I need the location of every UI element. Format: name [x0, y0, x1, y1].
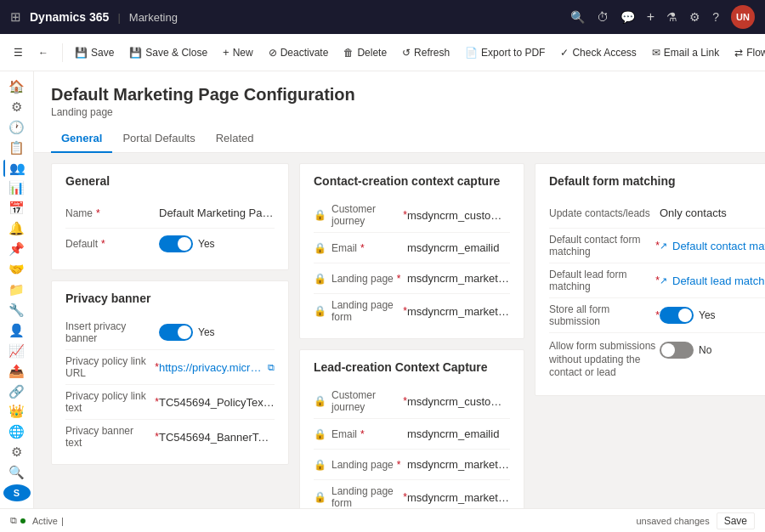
field-update-contacts-value: Only contacts [660, 207, 765, 219]
insert-privacy-toggle[interactable]: Yes [159, 324, 215, 341]
field-lc-cj-label: 🔒 Customer journey * [314, 389, 407, 413]
field-lc-lp-value[interactable]: msdyncrm_marketingp... [407, 458, 510, 471]
settings-icon[interactable]: ⚙ [689, 10, 700, 24]
field-privacy-link-text-value[interactable]: TC545694_PolicyText_Rng [159, 396, 275, 409]
field-name-value[interactable]: Default Marketing Page ... [159, 207, 275, 219]
refresh-button[interactable]: ↺ Refresh [395, 43, 456, 62]
store-forms-toggle-knob [678, 308, 692, 322]
field-privacy-banner-text-value[interactable]: TC545694_BannerText_TjO [159, 431, 275, 444]
sidebar-item-tasks[interactable]: 📋 [3, 139, 31, 156]
delete-button[interactable]: 🗑 Delete [337, 43, 394, 62]
sidebar-item-globe[interactable]: 🌐 [3, 423, 31, 440]
deactivate-button[interactable]: ⊘ Deactivate [262, 43, 336, 62]
page-header: Default Marketing Page Configuration Lan… [34, 71, 765, 125]
status-save-button[interactable]: Save [717, 512, 755, 529]
field-cc-lf-value[interactable]: msdyncrm_marketingf... [407, 305, 510, 318]
status-text: Active [32, 516, 58, 526]
lock-icon-8: 🔒 [314, 491, 326, 503]
top-navigation: ⊞ Dynamics 365 | Marketing 🔍 ⏱ 💬 + ⚗ ⚙ ?… [0, 0, 765, 34]
sidebar-item-tools[interactable]: 🔧 [3, 302, 31, 319]
sidebar-item-search[interactable]: 🔍 [3, 464, 31, 481]
field-cc-email-value[interactable]: msdyncrm_emailid [407, 241, 510, 254]
allow-forms-toggle-knob [661, 343, 675, 357]
back-icon: ← [38, 47, 48, 59]
sidebar-item-reports[interactable]: 📈 [3, 342, 31, 359]
sidebar-item-files[interactable]: 📁 [3, 281, 31, 298]
new-button[interactable]: + New [216, 42, 260, 62]
field-cc-cj-value[interactable]: msdyncrm_customerjo... [407, 209, 510, 222]
help-chat-icon[interactable]: 💬 [620, 10, 635, 24]
lead-creation-title: Lead-creation Context Capture [314, 360, 510, 374]
default-toggle[interactable]: Yes [159, 235, 215, 252]
external-link-icon: ⧉ [268, 362, 275, 373]
check-access-button[interactable]: ✓ Check Access [553, 43, 643, 62]
field-lc-lf-value[interactable]: msdyncrm_marketingf... [407, 491, 510, 504]
tab-portal-defaults[interactable]: Portal Defaults [112, 125, 205, 153]
lock-icon-6: 🔒 [314, 428, 326, 440]
delete-icon: 🗑 [343, 47, 354, 59]
store-forms-toggle-track[interactable] [660, 307, 694, 324]
save-button[interactable]: 💾 Save [68, 43, 121, 62]
deactivate-icon: ⊘ [269, 47, 277, 59]
general-card-title: General [65, 174, 275, 188]
sidebar-item-recent[interactable]: 🕐 [3, 119, 31, 136]
field-lc-landing-page: 🔒 Landing page * msdyncrm_marketingp... [314, 450, 510, 480]
middle-column: Contact-creation context capture 🔒 Custo… [299, 163, 524, 508]
search-icon[interactable]: 🔍 [570, 10, 585, 24]
field-cfm-value[interactable]: Default contact mat... [672, 240, 765, 252]
refresh-icon: ↺ [402, 47, 411, 59]
store-forms-toggle[interactable]: Yes [660, 307, 716, 324]
user-avatar[interactable]: UN [731, 5, 755, 29]
hamburger-button[interactable]: ☰ [7, 43, 30, 62]
add-icon[interactable]: + [647, 9, 654, 25]
content-area: General Name * Default Marketing Page ..… [34, 153, 765, 508]
insert-privacy-toggle-label: Yes [198, 326, 215, 338]
allow-forms-toggle[interactable]: No [660, 342, 711, 359]
lock-icon-3: 🔒 [314, 273, 326, 285]
sidebar-item-export[interactable]: 📤 [3, 363, 31, 380]
sidebar-item-user-s[interactable]: S [3, 484, 31, 501]
back-button[interactable]: ← [31, 43, 55, 62]
ext-link-icon-lfm: ↗ [660, 275, 667, 286]
email-link-button[interactable]: ✉ Email a Link [645, 43, 726, 62]
filter-icon[interactable]: ⚗ [666, 10, 677, 24]
sidebar-item-links[interactable]: 🔗 [3, 383, 31, 400]
sidebar-item-alerts[interactable]: 🔔 [3, 220, 31, 237]
field-cfm-value-wrap: ↗ Default contact mat... [660, 240, 765, 252]
page-icon: ⧉ [10, 515, 17, 526]
sidebar-item-home[interactable]: 🏠 [3, 78, 31, 95]
lock-icon-5: 🔒 [314, 395, 326, 407]
sidebar-item-analytics[interactable]: 📊 [3, 180, 31, 197]
field-cc-email: 🔒 Email * msdyncrm_emailid [314, 233, 510, 263]
sidebar-item-contacts[interactable]: 👥 [3, 160, 31, 177]
help-icon[interactable]: ? [712, 10, 719, 24]
insert-privacy-toggle-track[interactable] [159, 324, 193, 341]
clock-icon[interactable]: ⏱ [597, 10, 609, 24]
sidebar-item-pin[interactable]: 📌 [3, 241, 31, 258]
field-cc-lp-value[interactable]: msdyncrm_marketingp... [407, 272, 510, 285]
default-toggle-track[interactable] [159, 235, 193, 252]
field-lc-cj-value[interactable]: msdyncrm_customerjo... [407, 395, 510, 408]
save-close-button[interactable]: 💾 Save & Close [122, 43, 214, 62]
sidebar-item-config[interactable]: ⚙ [3, 444, 31, 461]
app-grid-icon[interactable]: ⊞ [10, 9, 21, 25]
field-cc-email-label: 🔒 Email * [314, 242, 407, 254]
allow-forms-toggle-track[interactable] [660, 342, 694, 359]
export-pdf-button[interactable]: 📄 Export to PDF [458, 43, 552, 62]
field-privacy-url-label: Privacy policy link URL * [65, 355, 159, 379]
field-cc-landing-page: 🔒 Landing page * msdyncrm_marketingp... [314, 263, 510, 294]
export-icon: 📄 [465, 47, 478, 59]
field-lc-email-value[interactable]: msdyncrm_emailid [407, 427, 510, 440]
status-left: ⧉ Active | [10, 515, 64, 526]
sidebar-item-partner[interactable]: 🤝 [3, 261, 31, 278]
field-lfm-value[interactable]: Default lead matchi... [672, 274, 765, 287]
sidebar-item-calendar[interactable]: 📅 [3, 200, 31, 217]
sidebar-item-admin[interactable]: 👑 [3, 404, 31, 421]
status-bar: ⧉ Active | unsaved changes Save [0, 508, 765, 532]
sidebar-item-profile[interactable]: 👤 [3, 322, 31, 339]
flow-button[interactable]: ⇄ Flow ▾ [728, 43, 765, 62]
tab-general[interactable]: General [51, 125, 112, 153]
tab-related[interactable]: Related [206, 125, 264, 153]
sidebar-item-settings[interactable]: ⚙ [3, 99, 31, 116]
privacy-banner-title: Privacy banner [65, 291, 275, 305]
